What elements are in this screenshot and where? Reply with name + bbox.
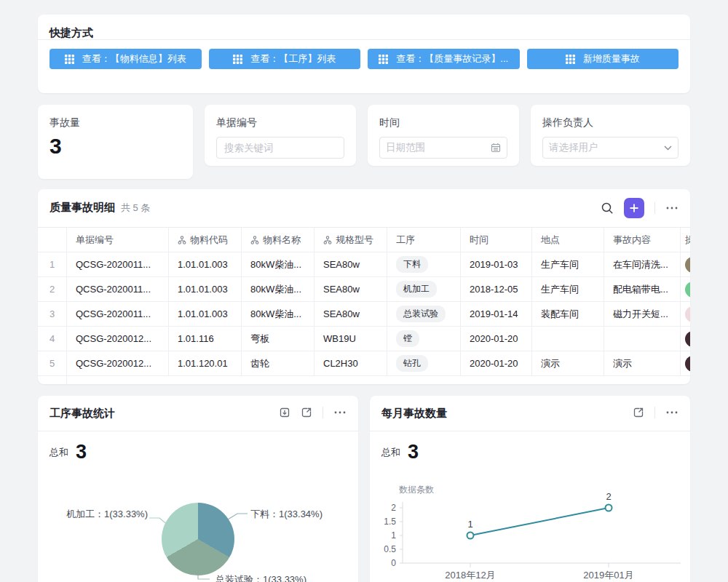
cell-material-name: 弯板	[242, 327, 314, 351]
cell-date: 2019-01-14	[461, 302, 532, 326]
filter-label: 操作负责人	[542, 116, 593, 129]
button-label: 查看：【工序】列表	[250, 52, 336, 65]
data-point[interactable]	[606, 505, 612, 511]
chart-card-header: 工序事故统计	[38, 396, 358, 431]
row-number-header	[38, 228, 67, 252]
cell-material-name: 80kW柴油...	[242, 252, 314, 276]
more-icon[interactable]	[333, 407, 347, 418]
pie-label-machining: 机加工：1(33.33%)	[66, 508, 148, 521]
search-icon[interactable]	[601, 202, 614, 215]
dashboard-page: 快捷方式 查看：【物料信息】列表 查看：【工序】列表 查看：【质量事故记录】..…	[0, 0, 728, 582]
column-header[interactable]: 物料代码	[169, 228, 242, 252]
cell-spec: SEA80w	[314, 252, 387, 276]
cell-operator	[681, 351, 690, 375]
table-row[interactable]: 5 QCSG-2020012... 1.01.120.01 齿轮 CL2H30 …	[38, 351, 690, 376]
download-icon[interactable]	[279, 407, 290, 418]
column-header[interactable]: 物料名称	[242, 228, 314, 252]
row-number: 5	[38, 351, 67, 375]
calendar-icon[interactable]	[491, 143, 501, 153]
column-header[interactable]: 事故内容	[604, 228, 681, 252]
record-count: 共 5 条	[121, 202, 150, 213]
view-material-list-button[interactable]: 查看：【物料信息】列表	[50, 49, 202, 69]
view-process-list-button[interactable]: 查看：【工序】列表	[209, 49, 361, 69]
pie-chart[interactable]	[162, 503, 234, 575]
add-record-button[interactable]	[624, 198, 644, 218]
cell-doc-no: QCSG-2020012...	[67, 351, 169, 375]
cell-spec: CL2H30	[314, 351, 387, 375]
accident-count-card: 事故量 3	[38, 105, 193, 179]
column-header[interactable]: 单据编号	[67, 228, 169, 252]
stub-cell	[38, 376, 67, 384]
pie-label-blanking: 下料：1(33.34%)	[250, 508, 323, 521]
relation-icon	[323, 236, 332, 244]
cell-operator	[681, 252, 690, 276]
y-tick: 0	[391, 558, 396, 568]
y-tick: 1	[391, 530, 396, 541]
relation-icon	[178, 236, 186, 244]
y-tick: 2	[391, 503, 396, 513]
cell-place: 演示	[532, 351, 604, 375]
cell-process: 总装试验	[387, 302, 461, 326]
more-icon[interactable]	[665, 202, 678, 214]
expand-icon[interactable]	[301, 407, 312, 418]
quality-accident-table-card: 质量事故明细共 5 条 单据编号 物料代码	[38, 189, 690, 384]
cell-content: 配电箱带电...	[604, 277, 681, 301]
process-tag: 钻孔	[396, 355, 428, 372]
process-tag: 下料	[396, 256, 428, 273]
y-tick: 0.5	[384, 544, 396, 554]
cell-material-code: 1.01.01.003	[169, 277, 242, 301]
process-tag: 总装试验	[396, 306, 446, 322]
point-label: 1	[467, 519, 472, 530]
search-input[interactable]	[223, 142, 338, 154]
column-header[interactable]: 操作负责人	[681, 228, 690, 252]
date-range-field[interactable]: 日期范围	[379, 137, 507, 159]
cell-material-code: 1.01.120.01	[169, 351, 242, 375]
cell-process: 镗	[387, 327, 461, 351]
avatar	[685, 356, 690, 372]
table-row[interactable]: 4 QCSG-2020012... 1.01.116 弯板 WB19U 镗 20…	[38, 327, 690, 351]
date-range-placeholder: 日期范围	[386, 141, 491, 154]
cell-date: 2019-01-03	[461, 252, 532, 276]
point-label: 2	[606, 491, 611, 502]
table-row[interactable]: 2 QCSG-2020011... 1.01.01.003 80kW柴油... …	[38, 277, 690, 302]
process-tag: 机加工	[396, 281, 437, 298]
avatar	[685, 257, 690, 273]
y-tick: 1.5	[384, 517, 396, 527]
x-tick: 2019年01月	[583, 570, 633, 581]
button-label: 查看：【物料信息】列表	[82, 52, 186, 65]
sum-label: 总和	[50, 446, 68, 462]
cell-spec: SEA80w	[314, 302, 387, 326]
cell-content: 演示	[604, 351, 681, 375]
cell-process: 机加工	[387, 277, 461, 301]
add-quality-accident-button[interactable]: 新增质量事故	[527, 49, 679, 69]
stat-label: 事故量	[50, 116, 80, 129]
pie-label-assembly-test: 总装试验：1(33.33%)	[215, 573, 306, 582]
cell-operator	[681, 327, 690, 351]
avatar	[685, 331, 690, 347]
line-chart[interactable]: 数据条数 2 1.5 1 0.5 0 1 2 2018年12月 2019年01月…	[370, 396, 690, 582]
data-point[interactable]	[467, 533, 474, 539]
column-header[interactable]: 规格型号	[314, 228, 387, 252]
cell-place	[532, 327, 604, 351]
cell-spec: WB19U	[314, 327, 387, 351]
view-quality-records-button[interactable]: 查看：【质量事故记录】...	[368, 49, 520, 69]
user-select[interactable]: 请选择用户	[542, 137, 678, 159]
column-header[interactable]: 工序	[387, 228, 461, 252]
column-header[interactable]: 时间	[461, 228, 532, 252]
x-tick: 2018年12月	[445, 570, 495, 581]
table-row[interactable]: 3 QCSG-2020011... 1.01.01.003 80kW柴油... …	[38, 302, 690, 327]
keyword-search-field[interactable]	[216, 137, 344, 159]
cell-material-code: 1.01.116	[169, 327, 242, 351]
column-header[interactable]: 地点	[532, 228, 604, 252]
user-select-placeholder: 请选择用户	[549, 141, 664, 154]
sum-value: 3	[76, 442, 87, 462]
cell-material-code: 1.01.01.003	[169, 252, 242, 276]
table-row[interactable]: 1 QCSG-2020011... 1.01.01.003 80kW柴油... …	[38, 252, 690, 277]
row-number: 3	[38, 302, 67, 326]
avatar	[685, 282, 690, 298]
shortcuts-title: 快捷方式	[38, 15, 690, 39]
chevron-down-icon	[664, 146, 672, 151]
process-tag: 镗	[396, 330, 419, 347]
relation-icon	[250, 236, 259, 244]
doc-no-filter-card: 单据编号	[205, 105, 356, 166]
